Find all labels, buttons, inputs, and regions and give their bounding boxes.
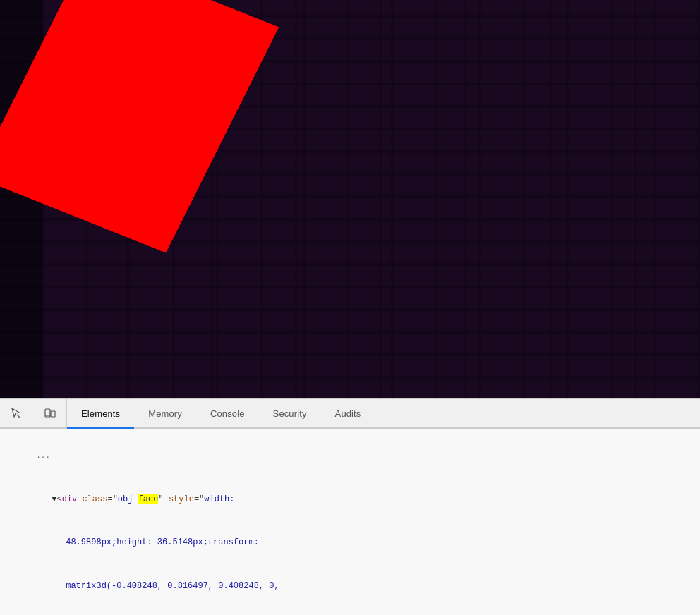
style-value-dimensions: 48.9898px;height: 36.5148px;transform:	[66, 537, 259, 547]
code-line-3: matrix3d(-0.408248, 0.816497, 0.408248, …	[0, 565, 700, 609]
code-line-main: ▼<div class="obj face" style="width:	[0, 478, 700, 522]
devtools-tabs: Elements Memory Console Security Audits	[67, 399, 700, 427]
devtools-content[interactable]: ... ▼<div class="obj face" style="width:…	[0, 429, 700, 615]
device-toolbar-button[interactable]	[40, 403, 60, 423]
style-attr: style	[169, 494, 194, 504]
style-value-width: width:	[204, 494, 234, 504]
class-value-face-highlighted: face	[138, 494, 159, 504]
tag-open-bracket: <	[56, 494, 61, 504]
devtools-toolbar: Elements Memory Console Security Audits	[0, 399, 700, 429]
code-line-4: -0.912871, -0.365148, -0.182574, 0, 0,	[0, 608, 700, 615]
game-viewport	[0, 0, 700, 398]
devtools-panel: Elements Memory Console Security Audits …	[0, 398, 700, 615]
class-value-obj: obj	[118, 494, 138, 504]
code-line-ellipsis: ...	[0, 434, 700, 478]
toolbar-icons	[0, 399, 66, 427]
svg-line-0	[17, 415, 20, 418]
code-line-2: 48.9898px;height: 36.5148px;transform:	[0, 521, 700, 565]
style-value-matrix-start: matrix3d(-0.408248, 0.816497, 0.408248, …	[66, 581, 279, 591]
ellipsis-button[interactable]: ...	[36, 450, 50, 463]
inspect-element-button[interactable]	[6, 403, 25, 423]
tab-security[interactable]: Security	[259, 399, 321, 427]
cursor-icon	[10, 408, 21, 419]
svg-rect-3	[51, 411, 55, 417]
tag-name-div: div	[62, 494, 78, 504]
class-attr: class	[82, 494, 107, 504]
tab-audits[interactable]: Audits	[321, 399, 375, 427]
tab-memory[interactable]: Memory	[134, 399, 196, 427]
tab-console[interactable]: Console	[196, 399, 259, 427]
tab-elements[interactable]: Elements	[67, 399, 134, 427]
device-icon	[44, 408, 56, 419]
